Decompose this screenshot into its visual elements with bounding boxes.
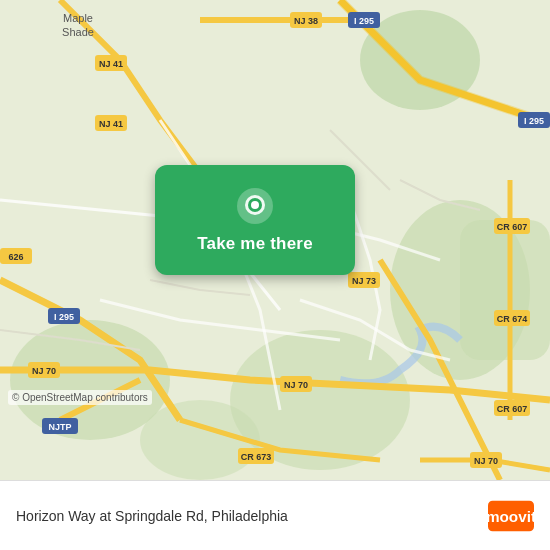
- svg-text:NJ 70: NJ 70: [284, 380, 308, 390]
- svg-text:626: 626: [8, 252, 23, 262]
- svg-point-1: [10, 320, 170, 440]
- svg-text:NJTP: NJTP: [48, 422, 71, 432]
- location-text: Horizon Way at Springdale Rd, Philadelph…: [16, 508, 288, 524]
- svg-text:NJ 73: NJ 73: [352, 276, 376, 286]
- svg-text:I 295: I 295: [524, 116, 544, 126]
- svg-text:NJ 70: NJ 70: [32, 366, 56, 376]
- bottom-bar: Horizon Way at Springdale Rd, Philadelph…: [0, 480, 550, 550]
- svg-text:NJ 41: NJ 41: [99, 59, 123, 69]
- map-container: NJ 41 NJ 41 NJ 38 I 295 I 295 I 295 626 …: [0, 0, 550, 480]
- moovit-logo: moovit: [488, 499, 534, 533]
- button-label: Take me there: [197, 234, 313, 254]
- svg-text:NJ 41: NJ 41: [99, 119, 123, 129]
- location-pin-icon: [235, 186, 275, 226]
- svg-text:moovit: moovit: [488, 508, 534, 525]
- moovit-logo-icon: moovit: [488, 499, 534, 533]
- svg-text:I 295: I 295: [354, 16, 374, 26]
- copyright-text: © OpenStreetMap contributors: [8, 390, 152, 405]
- svg-text:NJ 38: NJ 38: [294, 16, 318, 26]
- svg-text:CR 674: CR 674: [497, 314, 528, 324]
- svg-text:Maple: Maple: [63, 12, 93, 24]
- svg-text:NJ 70: NJ 70: [474, 456, 498, 466]
- svg-text:CR 607: CR 607: [497, 404, 528, 414]
- svg-text:I 295: I 295: [54, 312, 74, 322]
- svg-text:CR 673: CR 673: [241, 452, 272, 462]
- svg-text:CR 607: CR 607: [497, 222, 528, 232]
- take-me-there-button[interactable]: Take me there: [155, 165, 355, 275]
- svg-point-44: [251, 201, 259, 209]
- svg-text:Shade: Shade: [62, 26, 94, 38]
- svg-rect-6: [460, 220, 550, 360]
